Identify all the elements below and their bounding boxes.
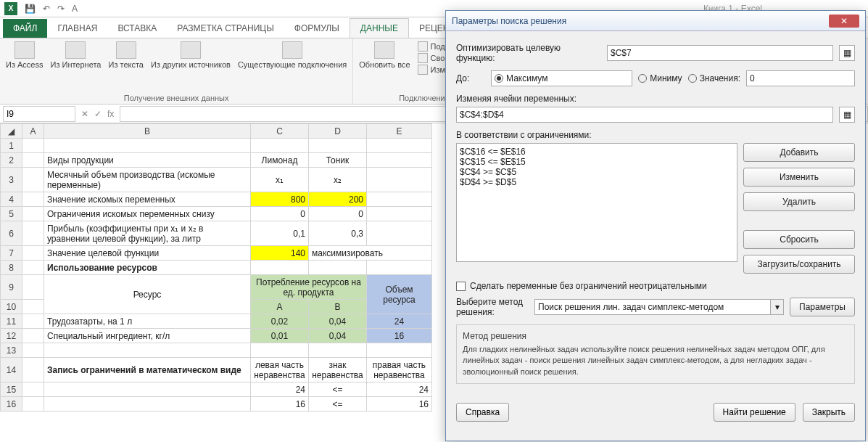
cell[interactable] (44, 139, 251, 153)
cell[interactable] (22, 207, 44, 221)
cell[interactable] (309, 261, 367, 275)
name-box[interactable]: I9 (3, 106, 75, 122)
cell[interactable] (22, 358, 44, 382)
cell[interactable] (44, 397, 251, 412)
row-header[interactable]: 1 (1, 139, 22, 153)
cell[interactable]: Значение целевой функции (44, 246, 251, 261)
col-header-a[interactable]: A (22, 124, 44, 139)
cell[interactable] (22, 168, 44, 192)
dialog-titlebar[interactable]: Параметры поиска решения ✕ (446, 11, 865, 31)
row-header[interactable]: 5 (1, 207, 22, 221)
cell[interactable] (367, 207, 432, 221)
cell[interactable]: Трудозатарты, на 1 л (44, 314, 251, 329)
cell[interactable]: максимизировать (309, 246, 432, 261)
from-text-button[interactable]: Из текста (108, 41, 144, 69)
cancel-icon[interactable]: ✕ (81, 109, 88, 119)
cell[interactable] (22, 343, 44, 358)
cell[interactable] (22, 139, 44, 153)
from-access-button[interactable]: Из Access (6, 41, 43, 69)
row-header[interactable]: 14 (1, 358, 22, 382)
nonneg-checkbox[interactable]: Сделать переменные без ограничений неотр… (456, 281, 855, 291)
cell[interactable]: <= (309, 382, 367, 397)
cell[interactable] (251, 261, 309, 275)
cell[interactable] (251, 139, 309, 153)
select-all[interactable]: ◢ (1, 124, 22, 139)
cell[interactable] (367, 192, 432, 207)
cell[interactable]: 0 (309, 207, 367, 221)
cell[interactable]: 24 (367, 314, 432, 329)
cell[interactable] (309, 139, 367, 153)
add-button[interactable]: Добавить (743, 143, 855, 162)
row-header[interactable]: 2 (1, 153, 22, 168)
cell[interactable] (22, 382, 44, 397)
constraints-listbox[interactable]: $C$16 <= $E$16 $C$15 <= $E$15 $C$4 >= $C… (456, 143, 737, 262)
cell[interactable]: Ресурс (44, 275, 251, 314)
variables-input[interactable]: $C$4:$D$4 (456, 107, 833, 123)
tab-file[interactable]: ФАЙЛ (3, 19, 47, 38)
col-header-d[interactable]: D (309, 124, 367, 139)
cell[interactable]: 24 (251, 382, 309, 397)
help-button[interactable]: Справка (456, 403, 509, 422)
close-icon[interactable]: ✕ (829, 15, 859, 28)
cell[interactable]: Месячный объем производства (искомые пер… (44, 168, 251, 192)
cell[interactable]: 0,01 (251, 329, 309, 343)
row-header[interactable]: 13 (1, 343, 22, 358)
cell[interactable] (22, 246, 44, 261)
reset-button[interactable]: Сбросить (743, 230, 855, 249)
cell[interactable]: Лимонад (251, 153, 309, 168)
undo-icon[interactable]: ↶ (43, 4, 50, 14)
close-button[interactable]: Закрыть (803, 403, 855, 422)
range-picker-icon[interactable]: ▦ (839, 45, 855, 61)
cell[interactable]: 16 (367, 397, 432, 412)
delete-button[interactable]: Удалить (743, 192, 855, 211)
cell[interactable]: Специальный ингредиент, кг/л (44, 329, 251, 343)
cell[interactable] (367, 168, 432, 192)
cell[interactable]: Ограничения искомых переменных снизу (44, 207, 251, 221)
cell[interactable] (251, 343, 309, 358)
cell[interactable] (22, 221, 44, 246)
cell[interactable] (44, 382, 251, 397)
cell[interactable]: знак неравенства (309, 358, 367, 382)
cell[interactable] (22, 397, 44, 412)
existing-connections-button[interactable]: Существующие подключения (238, 41, 347, 69)
cell[interactable] (367, 221, 432, 246)
cell[interactable]: Прибыль (коэффициенты при x₁ и x₂ в урав… (44, 221, 251, 246)
cell[interactable]: 800 (251, 192, 309, 207)
col-header-e[interactable]: E (367, 124, 432, 139)
redo-icon[interactable]: ↷ (57, 4, 65, 14)
row-header[interactable]: 12 (1, 329, 22, 343)
row-header[interactable]: 3 (1, 168, 22, 192)
cell[interactable]: 200 (309, 192, 367, 207)
cell[interactable]: левая часть неравенства (251, 358, 309, 382)
from-other-button[interactable]: Из других источников (151, 41, 231, 69)
cell[interactable] (367, 153, 432, 168)
row-header[interactable]: 9 (1, 275, 22, 300)
row-header[interactable]: 7 (1, 246, 22, 261)
value-input[interactable]: 0 (746, 70, 855, 86)
cell[interactable] (309, 343, 367, 358)
change-button[interactable]: Изменить (743, 168, 855, 187)
options-button[interactable]: Параметры (790, 298, 855, 316)
cell[interactable]: x₁ (251, 168, 309, 192)
cell[interactable] (22, 261, 44, 275)
radio-value[interactable]: Значения: (688, 73, 740, 83)
row-header[interactable]: 10 (1, 300, 22, 314)
row-header[interactable]: 15 (1, 382, 22, 397)
save-icon[interactable]: 💾 (25, 4, 36, 14)
cell[interactable] (22, 314, 44, 329)
constraint-item[interactable]: $D$4 >= $D$5 (460, 177, 734, 187)
tab-insert[interactable]: ВСТАВКА (107, 19, 167, 38)
cell[interactable] (22, 275, 44, 300)
cell[interactable]: Потребление ресурсов на ед. продукта (251, 275, 367, 300)
cell[interactable]: 0,04 (309, 314, 367, 329)
cell[interactable]: 0,04 (309, 329, 367, 343)
enter-icon[interactable]: ✓ (94, 109, 102, 119)
method-select[interactable]: Поиск решения лин. задач симплекс-методо… (534, 299, 771, 315)
cell[interactable]: 16 (251, 397, 309, 412)
cell[interactable]: 24 (367, 382, 432, 397)
cell[interactable]: 16 (367, 329, 432, 343)
cell[interactable]: 0,1 (251, 221, 309, 246)
cell[interactable] (22, 300, 44, 314)
from-web-button[interactable]: Из Интернета (50, 41, 101, 69)
cell[interactable] (44, 343, 251, 358)
